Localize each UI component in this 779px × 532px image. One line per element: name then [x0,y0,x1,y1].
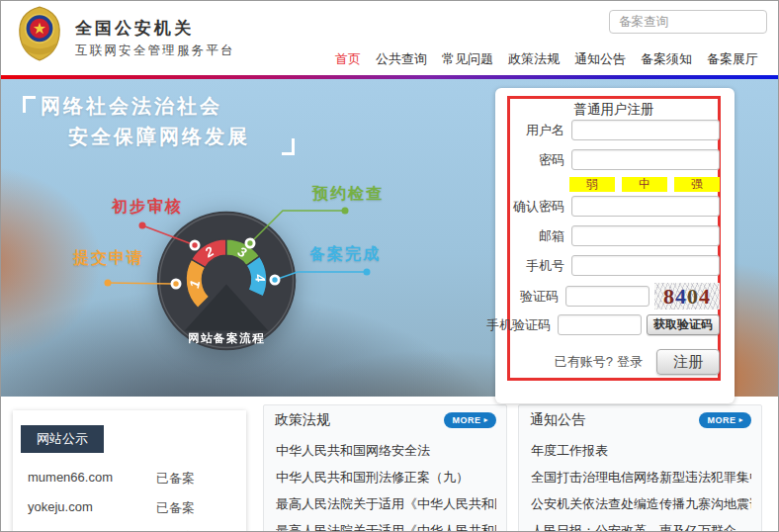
nav-home[interactable]: 首页 [335,50,361,68]
registration-footer: 已有账号? 登录 注册 [555,349,720,375]
registration-title: 普通用户注册 [507,101,721,119]
policy-item[interactable]: 中华人民共和国网络安全法 [276,437,496,464]
more-label: MORE [452,415,480,425]
login-link[interactable]: 登录 [617,353,643,371]
nav-filing-guide[interactable]: 备案须知 [641,50,692,68]
phone-row: 手机号 [526,255,720,276]
strength-weak: 弱 [569,177,615,192]
get-code-button[interactable]: 获取验证码 [647,314,720,335]
policies-card-header: 政策法规 MORE▸ [264,405,506,435]
phone-label: 手机号 [526,257,564,275]
hero-slogan: 网络社会法治社会 安全保障网络发展 [23,91,250,152]
header: 全国公安机关 互联网安全管理服务平台 首页 公共查询 常见问题 政策法规 通知公… [1,1,778,75]
policies-more-button[interactable]: MORE▸ [444,412,496,428]
notice-item[interactable]: 年度工作报表 [531,437,751,464]
confirm-password-label: 确认密码 [513,198,564,216]
notices-list: 年度工作报表 全国打击治理电信网络新型违法犯罪集中宣... 公安机关依法查处编造… [519,435,761,532]
nav-notices[interactable]: 通知公告 [574,50,626,68]
confirm-password-row: 确认密码 [513,196,720,217]
step-label-submit: 提交申请 [73,248,144,269]
org-name: 全国公安机关 [75,17,235,40]
have-account-text: 已有账号? [555,353,613,371]
site-row: zptesting.com 已备案 [13,523,246,532]
email-field[interactable] [571,225,720,246]
sms-code-field[interactable] [558,314,642,335]
nav-public-query[interactable]: 公共查询 [376,50,427,68]
password-field[interactable] [571,149,720,170]
captcha-digit: 8 [663,286,675,308]
filing-process-gauge: 1 2 3 4 网站备案流程 [152,207,301,355]
registration-panel: 普通用户注册 用户名 密码 弱 中 强 确认密码 邮箱 手机号 验证码 [495,88,735,403]
site-status: 已备案 [156,499,195,517]
password-row: 密码 [539,149,720,170]
strength-medium: 中 [622,177,667,192]
policies-title: 政策法规 [275,411,330,429]
captcha-image[interactable]: 8 4 0 4 [654,283,720,310]
arrow-right-icon: ▸ [483,416,488,424]
strength-strong: 强 [674,177,720,192]
password-strength-meter: 弱 中 强 [569,177,720,192]
site-publicity-badge: 网站公示 [21,425,104,453]
sms-code-row: 手机验证码 获取验证码 [486,314,720,335]
nav-faq[interactable]: 常见问题 [442,50,493,68]
nav-filing-hall[interactable]: 备案展厅 [707,50,758,68]
step-label-review: 初步审核 [112,197,183,218]
more-label: MORE [707,415,736,425]
site-titles: 全国公安机关 互联网安全管理服务平台 [75,17,235,59]
username-row: 用户名 [526,120,720,140]
site-row: mumen66.com 已备案 [13,464,246,493]
notice-item[interactable]: 全国打击治理电信网络新型违法犯罪集中宣... [531,464,751,490]
email-label: 邮箱 [539,227,564,245]
policies-list: 中华人民共和国网络安全法 中华人民共和国刑法修正案（九） 最高人民法院关于适用《… [264,435,506,532]
site-domain: yokeju.com [28,499,156,517]
captcha-digit: 0 [687,286,699,308]
captcha-field[interactable] [565,286,649,307]
search-input[interactable] [610,15,779,29]
phone-field[interactable] [571,255,720,276]
police-badge-logo [14,5,65,62]
username-label: 用户名 [526,122,564,139]
bracket-close-icon [282,138,295,155]
slogan-line-2: 安全保障网络发展 [68,122,250,152]
sms-code-label: 手机验证码 [486,316,551,334]
password-label: 密码 [539,151,564,169]
page: 全国公安机关 互联网安全管理服务平台 首页 公共查询 常见问题 政策法规 通知公… [0,0,779,532]
main-nav: 首页 公共查询 常见问题 政策法规 通知公告 备案须知 备案展厅 [335,50,758,68]
email-row: 邮箱 [539,225,720,246]
slogan-line-1: 网络社会法治社会 [23,91,250,122]
site-list: mumen66.com 已备案 yokeju.com 已备案 zptesting… [13,464,246,532]
captcha-label: 验证码 [520,288,559,306]
site-domain: mumen66.com [28,470,156,488]
register-button[interactable]: 注册 [656,349,720,375]
notices-card-header: 通知公告 MORE▸ [519,405,761,435]
arrow-right-icon: ▸ [738,416,743,424]
step-label-complete: 备案完成 [309,244,381,265]
notices-card: 通知公告 MORE▸ 年度工作报表 全国打击治理电信网络新型违法犯罪集中宣...… [518,404,762,532]
site-publicity-card: 网站公示 mumen66.com 已备案 yokeju.com 已备案 zpte… [13,410,246,532]
notice-item[interactable]: 人民日报：公安改革 惠及亿万群众 [531,517,751,532]
search-box [609,10,767,34]
notices-more-button[interactable]: MORE▸ [699,412,751,428]
notices-title: 通知公告 [530,411,585,429]
bottom-section: 网站公示 mumen66.com 已备案 yokeju.com 已备案 zpte… [1,397,778,532]
gauge-title: 网站备案流程 [188,331,265,344]
policy-item[interactable]: 最高人民法院关于适用《中华人民共和国行... [276,490,496,517]
step-label-inspection: 预约检查 [312,184,384,205]
username-field[interactable] [571,120,720,140]
site-row: yokeju.com 已备案 [13,493,246,523]
captcha-row: 验证码 8 4 0 4 [520,283,720,310]
nav-policies[interactable]: 政策法规 [508,50,560,68]
confirm-password-field[interactable] [571,196,720,217]
notice-item[interactable]: 公安机关依法查处编造传播九寨沟地震谣言... [531,490,751,517]
policies-card: 政策法规 MORE▸ 中华人民共和国网络安全法 中华人民共和国刑法修正案（九） … [263,404,507,532]
captcha-digit: 4 [675,286,687,308]
platform-name: 互联网安全管理服务平台 [75,43,235,59]
site-status: 已备案 [156,470,195,488]
policy-item[interactable]: 中华人民共和国刑法修正案（九） [276,464,496,490]
captcha-digit: 4 [699,286,711,308]
policy-item[interactable]: 最高人民法院关于适用《中华人民共和国民... [276,517,496,532]
